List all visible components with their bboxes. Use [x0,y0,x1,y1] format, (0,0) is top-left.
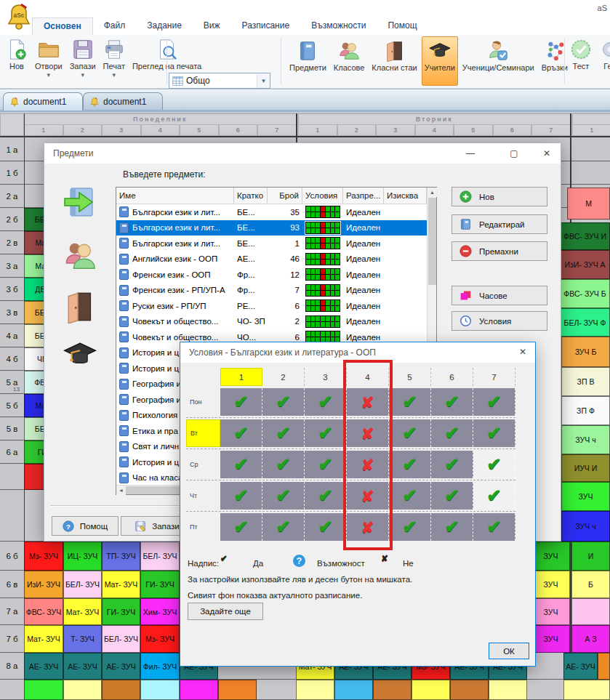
condition-cell[interactable]: ✔ [431,513,473,541]
lesson-cell[interactable]: ЗУЧ ч [561,425,610,454]
dropdown-arrow-icon[interactable]: ▾ [47,72,51,79]
ribbon-button-печат[interactable]: Печат▾ [100,36,128,86]
grid-column-header[interactable]: 5 [389,368,431,386]
помощ-button[interactable]: ?Помощ [52,516,119,536]
нов-button[interactable]: Нов [452,187,547,206]
lesson-cell[interactable] [489,680,527,700]
премахни-button[interactable]: Премахни [452,241,547,261]
graduation-cap-icon[interactable] [63,338,97,371]
grid-row-label[interactable]: Пон [186,388,220,416]
grid-column-header[interactable]: 2 [262,368,305,386]
lesson-cell[interactable]: ФВС- ЗУЧ Б [560,279,610,308]
scroll-thumb[interactable] [428,198,436,285]
lesson-cell[interactable] [412,680,450,700]
grid-column-header[interactable]: 7 [473,368,515,386]
period-header[interactable]: 4 [141,124,180,136]
lesson-cell[interactable]: ГИ- ЗУЧ [102,598,140,625]
lesson-cell[interactable]: ЗУЧ Б [561,337,610,367]
set-more-button[interactable]: Задайте още [188,603,263,620]
ribbon-button-ученици-семинари[interactable]: Ученици/Семинари [459,36,537,86]
class-row-label[interactable]: 5 б [0,394,24,417]
class-row-label[interactable]: 7 а [0,598,24,624]
lesson-cell[interactable] [63,680,102,700]
view-select[interactable]: Общо ▼ [169,73,270,89]
lesson-cell[interactable]: ЗУЧ [561,482,610,511]
lesson-cell[interactable]: ИЦ- ЗУЧ [63,542,102,571]
lesson-cell[interactable] [180,680,218,700]
lesson-cell[interactable]: Фил- ЗУЧ [140,653,180,680]
ribbon-button-отвори[interactable]: Отвори▾ [32,36,65,86]
subject-row[interactable]: Френски език - РП/УП-АФр...7Идеален [116,283,436,299]
period-header[interactable]: 5 [180,124,219,136]
lesson-cell[interactable]: Б [571,571,610,598]
period-header[interactable]: 6 [493,124,532,136]
lesson-cell[interactable] [450,680,489,700]
lesson-cell[interactable] [140,680,180,700]
column-header-име[interactable]: Име [116,188,234,204]
lesson-cell[interactable]: БЕЛ- ЗУЧ [63,571,102,598]
lesson-cell[interactable]: М [567,188,610,220]
condition-cell[interactable]: ✔ [262,482,305,510]
ribbon-button-учители[interactable]: Учители [422,36,458,86]
lesson-cell[interactable]: ФВС- ЗУЧ [24,598,63,625]
grid-column-header[interactable]: 1 [220,368,262,386]
period-header[interactable]: 4 [415,124,454,136]
lesson-cell[interactable]: ЗУЧ [531,598,570,625]
condition-cell[interactable]: ✘ [347,388,389,416]
class-row-label[interactable]: 3 б [0,278,24,300]
lesson-cell[interactable]: ФВС- ЗУЧ И [560,222,610,250]
lesson-cell[interactable] [296,680,334,700]
ribbon-button-класове[interactable]: Класове [331,36,368,86]
ribbon-tab-файл[interactable]: Файл [93,17,137,35]
close-icon[interactable]: ✕ [513,345,532,359]
condition-cell[interactable]: ✔ [305,388,347,416]
lesson-cell[interactable]: Т- ЗУЧ [63,625,102,653]
условия-button[interactable]: Условия [452,311,547,331]
class-row-label[interactable]: 6 а [0,440,24,463]
lesson-cell[interactable]: ЗП В [561,367,610,396]
lesson-cell[interactable]: АЕ- ЗУЧ [63,653,102,680]
scroll-left-icon[interactable]: ◄ [116,486,126,495]
grid-column-header[interactable]: 3 [305,368,347,386]
ribbon-button-запази[interactable]: Запази▾ [67,36,99,86]
lesson-cell[interactable] [598,653,610,680]
condition-cell[interactable]: ✔ [389,388,431,416]
lesson-cell[interactable]: БЕЛ- ЗУЧ Ф [560,308,610,337]
ribbon-button-връзки[interactable]: Връзки [539,36,571,86]
class-row-label[interactable]: 1 б [0,161,24,184]
condition-cell[interactable]: ✔ [389,419,431,447]
ribbon-tab-възможности[interactable]: Възможности [300,17,377,35]
condition-cell[interactable]: ✘ [347,482,389,510]
class-row-label[interactable]: 2 в [0,231,24,254]
condition-cell[interactable]: ✔ [473,482,515,510]
period-header[interactable]: 7 [531,124,571,136]
period-header[interactable]: 1 [298,124,337,136]
minimize-button[interactable]: — [461,146,480,161]
lesson-cell[interactable]: ГИ- ЗУЧ [140,571,180,598]
class-row-label[interactable]: 2 а [0,185,24,207]
condition-cell[interactable]: ✔ [305,451,347,478]
ribbon-button-предмети[interactable]: Предмети [286,36,329,86]
condition-cell[interactable]: ✔ [473,513,515,541]
lesson-cell[interactable]: ЗУЧ [531,542,570,571]
period-header[interactable]: 5 [454,124,493,136]
condition-cell[interactable]: ✔ [431,451,473,478]
period-header[interactable]: 3 [376,124,415,136]
subject-row[interactable]: Френски език - ООПФр...12Идеален [116,267,436,283]
condition-cell[interactable]: ✔ [389,451,431,478]
ribbon-button-ген[interactable]: Ген [596,36,610,86]
lesson-cell[interactable] [102,680,140,700]
condition-cell[interactable]: ✔ [473,388,515,416]
lesson-cell[interactable] [218,680,257,700]
ribbon-button-нов[interactable]: Нов [3,36,31,86]
column-header-изисква[interactable]: Изисква [384,188,427,204]
class-row-label[interactable]: 2 б [0,208,24,230]
lesson-cell[interactable]: ЗП Ф [561,396,610,425]
class-row-label[interactable]: 3 в [0,301,24,323]
subject-row[interactable]: Български език и лит...БЕ...1Идеален [116,236,436,252]
maximize-button[interactable]: ▢ [505,146,523,161]
dropdown-arrow-icon[interactable]: ▾ [81,72,84,79]
class-row-label[interactable]: 4 б [0,347,24,370]
lesson-cell[interactable]: ТП- ЗУЧ [102,542,140,571]
lesson-cell[interactable]: Хим- ЗУЧ [140,598,180,625]
